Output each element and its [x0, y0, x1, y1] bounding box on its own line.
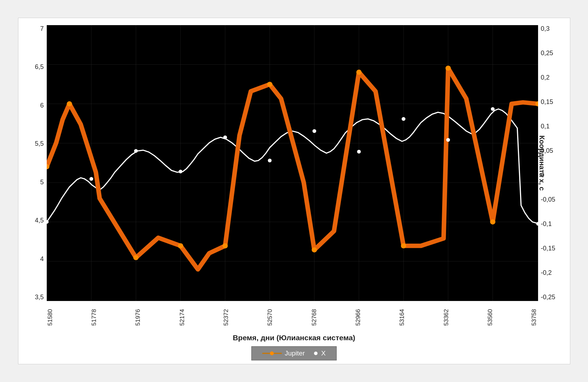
y-left-tick-35: 3,5 [35, 294, 44, 301]
y-right-tick-015: 0,15 [541, 98, 553, 106]
x-axis-labels: 51580 51778 51976 52174 52372 52570 5276… [47, 301, 538, 332]
legend-jupiter-label: Jupiter [285, 349, 305, 357]
x-tick-52768: 52768 [311, 303, 318, 331]
x-tick-51976: 51976 [135, 303, 142, 331]
legend-item-jupiter: Jupiter [262, 349, 305, 357]
svg-point-40 [401, 117, 405, 121]
svg-point-45 [270, 352, 274, 355]
chart-area: Расстояние до Юпитера, а.е. 7 6,5 6 5,5 … [25, 25, 563, 301]
x-tick-52174: 52174 [179, 303, 186, 331]
y-right-tick-02: 0,2 [541, 74, 550, 81]
svg-point-34 [134, 149, 138, 152]
y-right-tick-n015: -0,15 [541, 245, 555, 252]
jupiter-line [47, 68, 538, 270]
x-tick-52966: 52966 [355, 303, 362, 331]
svg-point-39 [357, 150, 361, 154]
y-left-tick-55: 5,5 [35, 140, 44, 147]
legend-x-label: X [321, 349, 326, 357]
x-coord-line [47, 109, 538, 224]
svg-point-22 [133, 255, 138, 260]
y-left-tick-45: 4,5 [35, 217, 44, 224]
x-tick-53164: 53164 [399, 303, 406, 331]
chart-container: Расстояние до Юпитера, а.е. 7 6,5 6 5,5 … [18, 18, 570, 364]
x-axis-area: 51580 51778 51976 52174 52372 52570 5276… [25, 301, 563, 332]
svg-point-26 [312, 247, 317, 253]
x-tick-53560: 53560 [487, 303, 494, 331]
y-right-tick-025: 0,25 [541, 50, 553, 57]
svg-point-32 [47, 220, 48, 224]
x-axis-title: Время, дни (Юлианская система) [25, 334, 563, 342]
y-axis-right-label: Координата x, с [537, 114, 546, 213]
svg-point-25 [267, 82, 272, 87]
svg-point-29 [445, 65, 451, 71]
svg-point-37 [268, 159, 272, 162]
svg-point-42 [491, 107, 495, 111]
svg-point-23 [178, 243, 183, 249]
x-tick-53362: 53362 [443, 303, 450, 331]
y-right-tick-03: 0,3 [541, 25, 550, 33]
y-left-tick-7: 7 [40, 25, 44, 33]
y-left-tick-65: 6,5 [35, 63, 44, 71]
legend-x-icon [313, 351, 318, 356]
x-tick-51778: 51778 [91, 303, 98, 331]
x-tick-52570: 52570 [267, 303, 274, 331]
y-axis-right: 0,3 0,25 0,2 0,15 0,1 0,05 0 -0,05 -0,1 … [538, 25, 563, 301]
y-right-tick-n02: -0,2 [541, 269, 552, 277]
y-left-tick-5: 5 [40, 179, 44, 186]
svg-point-27 [356, 70, 361, 75]
svg-point-46 [314, 352, 318, 355]
svg-point-33 [89, 177, 93, 181]
x-tick-53758: 53758 [531, 303, 538, 331]
legend-item-x: X [313, 349, 326, 357]
svg-point-36 [223, 135, 227, 139]
y-right-tick-n025: -0,25 [541, 294, 555, 301]
y-left-tick-4: 4 [40, 255, 44, 263]
legend-jupiter-icon [262, 351, 282, 356]
plot-area [47, 25, 538, 301]
svg-point-41 [446, 138, 450, 141]
y-right-tick-n01: -0,1 [541, 220, 552, 228]
x-tick-52372: 52372 [223, 303, 230, 331]
svg-point-21 [67, 101, 72, 106]
legend: Jupiter X [251, 346, 337, 360]
x-tick-51580: 51580 [47, 303, 54, 331]
svg-point-35 [178, 170, 182, 173]
svg-point-24 [222, 243, 228, 249]
y-left-tick-6: 6 [40, 102, 44, 109]
svg-point-30 [490, 219, 495, 225]
y-axis-left: 7 6,5 6 5,5 5 4,5 4 3,5 [25, 25, 47, 301]
svg-point-28 [401, 243, 406, 249]
svg-point-38 [312, 129, 316, 133]
